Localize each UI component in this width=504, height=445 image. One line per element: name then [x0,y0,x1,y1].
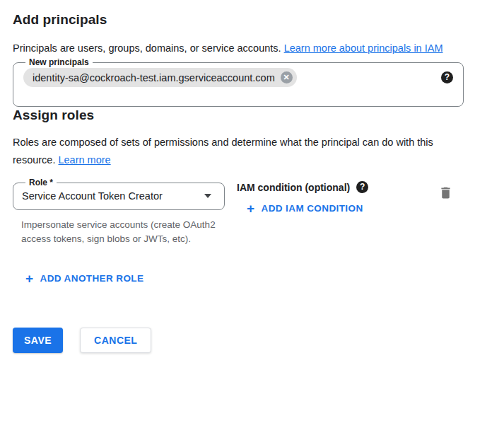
iam-condition-column: IAM condition (optional) ? + ADD IAM CON… [237,178,369,218]
page-title: Add principals [13,11,491,28]
add-iam-condition-button[interactable]: + ADD IAM CONDITION [241,199,369,218]
principals-description-text: Principals are users, groups, domains, o… [13,42,281,54]
new-principals-label: New principals [25,57,93,67]
plus-icon: + [25,274,34,284]
role-select-content: Service Account Token Creator [22,187,216,209]
iam-condition-label-row: IAM condition (optional) ? [237,181,369,193]
role-row: Role * Service Account Token Creator Imp… [13,178,491,246]
add-principals-panel: Add principals Principals are users, gro… [0,0,504,445]
assign-roles-title: Assign roles [13,107,491,124]
add-iam-condition-label: ADD IAM CONDITION [262,203,363,214]
help-icon[interactable]: ? [356,181,368,193]
delete-role-button[interactable] [438,185,453,200]
actions-row: SAVE CANCEL [13,328,491,353]
new-principals-field[interactable]: New principals identity-sa@cockroach-tes… [13,57,464,107]
role-label: Role * [25,178,57,187]
add-another-role-label: ADD ANOTHER ROLE [40,273,144,284]
principal-chip-text: identity-sa@cockroach-test.iam.gservicea… [33,72,275,83]
save-button[interactable]: SAVE [13,328,63,353]
role-selected-value: Service Account Token Creator [22,190,163,202]
add-another-role-row: + ADD ANOTHER ROLE [13,269,491,288]
principals-description: Principals are users, groups, domains, o… [13,40,474,57]
cancel-button[interactable]: CANCEL [80,328,151,353]
role-helper-text: Impersonate service accounts (create OAu… [21,218,223,246]
roles-description: Roles are composed of sets of permission… [13,134,445,169]
role-column: Role * Service Account Token Creator Imp… [13,178,225,246]
close-icon[interactable]: ✕ [281,71,293,83]
principal-chip: identity-sa@cockroach-test.iam.gservicea… [23,68,297,87]
iam-condition-label: IAM condition (optional) [237,182,350,193]
add-another-role-button[interactable]: + ADD ANOTHER ROLE [20,269,149,288]
learn-more-principals-link[interactable]: Learn more about principals in IAM [284,42,443,54]
learn-more-roles-link[interactable]: Learn more [58,154,110,166]
role-select[interactable]: Role * Service Account Token Creator [13,178,225,210]
trash-icon [438,185,453,200]
plus-icon: + [247,204,255,214]
new-principals-content: identity-sa@cockroach-test.iam.gservicea… [22,67,455,97]
help-icon[interactable]: ? [441,71,453,83]
arrow-drop-down-icon [204,194,211,198]
